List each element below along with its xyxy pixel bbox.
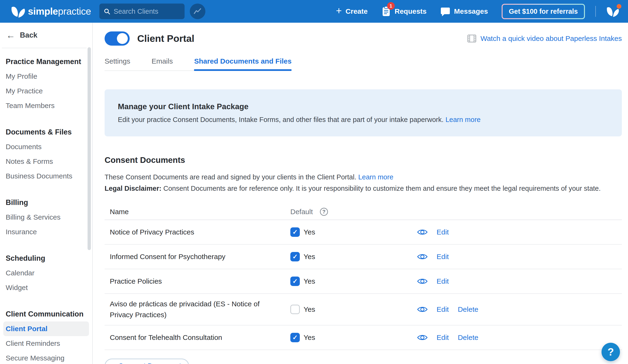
intake-package-banner: Manage your Client Intake Package Edit y… bbox=[105, 89, 622, 136]
analytics-button[interactable] bbox=[190, 3, 205, 19]
edit-link[interactable]: Edit bbox=[437, 253, 449, 261]
table-row: Consent for Telehealth Consultation ✓ Ye… bbox=[105, 325, 622, 350]
sidebar-item-team-members[interactable]: Team Members bbox=[3, 98, 89, 113]
sidebar-item-my-profile[interactable]: My Profile bbox=[3, 69, 89, 84]
sidebar-item-calendar[interactable]: Calendar bbox=[3, 266, 89, 280]
watch-video-label: Watch a quick video about Paperless Inta… bbox=[480, 35, 622, 43]
table-row: Notice of Privacy Practices ✓ Yes Edit bbox=[105, 220, 622, 245]
sidebar-item-client-reminders[interactable]: Client Reminders bbox=[3, 336, 89, 351]
sidebar-item-business-documents[interactable]: Business Documents bbox=[3, 169, 89, 183]
consent-learn-more-link[interactable]: Learn more bbox=[358, 173, 393, 181]
sidebar-item-my-practice[interactable]: My Practice bbox=[3, 84, 89, 98]
film-icon bbox=[467, 34, 476, 43]
tab-settings[interactable]: Settings bbox=[105, 57, 130, 70]
sidebar-item-documents[interactable]: Documents bbox=[3, 139, 89, 154]
table-row: Informed Consent for Psychotherapy ✓ Yes… bbox=[105, 245, 622, 269]
default-value: Yes bbox=[304, 305, 315, 313]
delete-link[interactable]: Delete bbox=[458, 334, 478, 342]
settings-sidebar: ← Back Practice Management My Profile My… bbox=[0, 23, 93, 364]
account-menu-button[interactable] bbox=[606, 5, 620, 17]
client-portal-toggle[interactable] bbox=[105, 31, 130, 46]
check-icon: ✓ bbox=[293, 228, 298, 236]
create-button[interactable]: + Create bbox=[336, 7, 368, 15]
default-help-icon[interactable]: ? bbox=[320, 208, 328, 216]
default-value: Yes bbox=[304, 277, 315, 285]
messages-button[interactable]: Messages bbox=[440, 6, 488, 16]
sidebar-item-insurance[interactable]: Insurance bbox=[3, 225, 89, 239]
document-name: Informed Consent for Psychotherapy bbox=[110, 251, 290, 262]
banner-title: Manage your Client Intake Package bbox=[118, 102, 609, 111]
main-content: Client Portal Watch a quick video about … bbox=[93, 23, 628, 364]
default-value: Yes bbox=[304, 334, 315, 342]
watch-video-link[interactable]: Watch a quick video about Paperless Inta… bbox=[467, 34, 622, 43]
brand-wordmark: simplepractice bbox=[28, 6, 91, 17]
portal-tabs: Settings Emails Shared Documents and Fil… bbox=[105, 57, 292, 71]
sidebar-scrollbar[interactable] bbox=[87, 47, 91, 250]
banner-learn-more-link[interactable]: Learn more bbox=[446, 116, 480, 123]
edit-link[interactable]: Edit bbox=[437, 277, 449, 285]
section-header-documents-files: Documents & Files bbox=[0, 125, 92, 139]
trend-line-icon bbox=[193, 8, 202, 15]
search-icon bbox=[104, 7, 110, 15]
preview-eye-icon[interactable] bbox=[417, 228, 428, 236]
page-title: Client Portal bbox=[137, 33, 194, 44]
edit-link[interactable]: Edit bbox=[437, 305, 449, 313]
client-search[interactable] bbox=[99, 3, 185, 19]
legal-disclaimer-label: Legal Disclaimer: bbox=[105, 184, 161, 192]
requests-count-badge: 1 bbox=[387, 2, 395, 10]
check-icon: ✓ bbox=[293, 278, 298, 285]
delete-link[interactable]: Delete bbox=[458, 305, 478, 313]
preview-eye-icon[interactable] bbox=[417, 278, 428, 285]
check-icon: ✓ bbox=[293, 334, 298, 341]
banner-body: Edit your practice Consent Documents, In… bbox=[118, 116, 444, 123]
default-checkbox[interactable]: ✓ bbox=[290, 252, 300, 261]
back-arrow-icon: ← bbox=[6, 31, 15, 40]
default-value: Yes bbox=[304, 253, 315, 261]
preview-eye-icon[interactable] bbox=[417, 334, 428, 341]
add-consent-document-button[interactable]: + Consent Document bbox=[105, 359, 189, 364]
brand-logo[interactable]: simplepractice bbox=[11, 5, 91, 18]
tab-shared-documents[interactable]: Shared Documents and Files bbox=[194, 57, 292, 70]
consent-intro: These Consent Documents are read and sig… bbox=[105, 173, 356, 181]
sidebar-item-widget[interactable]: Widget bbox=[3, 280, 89, 295]
butterfly-logo-icon bbox=[11, 5, 26, 18]
search-input[interactable] bbox=[114, 7, 180, 15]
messages-label: Messages bbox=[454, 7, 488, 15]
notification-dot bbox=[617, 4, 621, 9]
name-column-header: Name bbox=[110, 206, 290, 217]
default-value: Yes bbox=[304, 228, 315, 236]
sidebar-item-client-portal[interactable]: Client Portal bbox=[3, 321, 89, 336]
table-row: Practice Policies ✓ Yes Edit bbox=[105, 269, 622, 294]
document-name: Notice of Privacy Practices bbox=[110, 227, 290, 238]
default-column-header: Default bbox=[290, 208, 313, 216]
sidebar-item-secure-messaging[interactable]: Secure Messaging bbox=[3, 351, 89, 364]
document-name: Practice Policies bbox=[110, 276, 290, 287]
default-checkbox[interactable]: ✓ bbox=[290, 227, 300, 237]
edit-link[interactable]: Edit bbox=[437, 334, 449, 342]
requests-button[interactable]: 1 Requests bbox=[382, 6, 427, 17]
consent-documents-table: Name Default ? Notice of Privacy Practic… bbox=[105, 204, 622, 350]
legal-disclaimer-text: Consent Documents are for reference only… bbox=[161, 184, 601, 192]
check-icon: ✓ bbox=[293, 253, 298, 260]
section-header-practice-management: Practice Management bbox=[0, 54, 92, 69]
back-button[interactable]: ← Back bbox=[0, 23, 92, 48]
referral-button-border: Get $100 for referrals bbox=[502, 4, 585, 19]
default-checkbox[interactable]: ✓ bbox=[290, 333, 300, 342]
section-header-billing: Billing bbox=[0, 195, 92, 210]
default-checkbox[interactable]: ✓ bbox=[290, 305, 300, 314]
edit-link[interactable]: Edit bbox=[437, 228, 449, 236]
sidebar-item-billing-services[interactable]: Billing & Services bbox=[3, 210, 89, 225]
tab-emails[interactable]: Emails bbox=[152, 57, 173, 70]
table-row: Aviso de prácticas de privacidad (ES - N… bbox=[105, 294, 622, 325]
section-header-scheduling: Scheduling bbox=[0, 251, 92, 266]
back-label: Back bbox=[20, 31, 37, 40]
preview-eye-icon[interactable] bbox=[417, 306, 428, 313]
requests-label: Requests bbox=[395, 7, 427, 15]
sidebar-item-notes-forms[interactable]: Notes & Forms bbox=[3, 154, 89, 169]
referral-button[interactable]: Get $100 for referrals bbox=[503, 5, 584, 18]
consent-documents-heading: Consent Documents bbox=[105, 155, 622, 165]
default-checkbox[interactable]: ✓ bbox=[290, 277, 300, 286]
preview-eye-icon[interactable] bbox=[417, 253, 428, 260]
top-navigation-bar: simplepractice + Create bbox=[0, 0, 628, 23]
help-button[interactable]: ? bbox=[602, 343, 620, 361]
